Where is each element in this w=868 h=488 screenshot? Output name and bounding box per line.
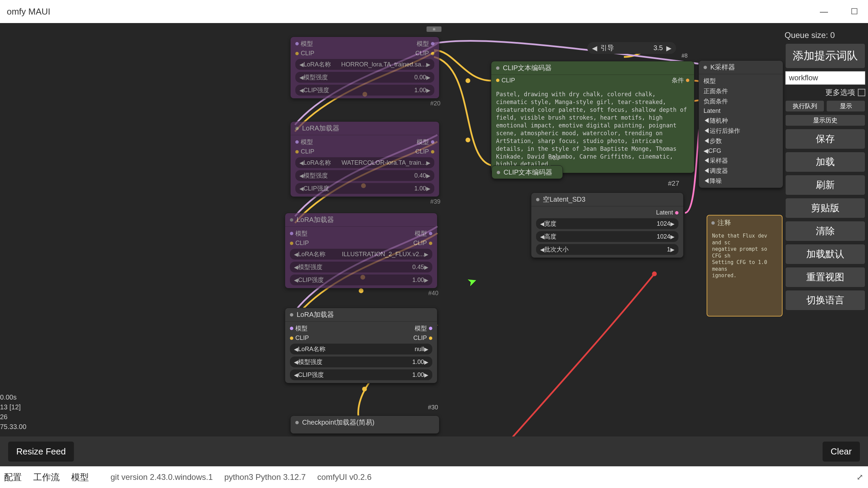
- note-title: 注释: [717, 218, 731, 227]
- lora-active-model-strength-slot[interactable]: ◀模型强度1.00▶: [290, 357, 432, 367]
- clipboard-button[interactable]: 剪贴版: [785, 198, 865, 218]
- lora2-id: #40: [428, 290, 438, 297]
- switch-language-button[interactable]: 切换语言: [785, 290, 865, 310]
- canvas-drag-handle[interactable]: [427, 26, 441, 32]
- titlebar: omfy MAUI — ☐: [0, 0, 868, 23]
- minimize-button[interactable]: —: [817, 5, 831, 18]
- lora-active-id: #30: [428, 404, 438, 411]
- ksampler-row-cfg[interactable]: CFG: [708, 147, 721, 154]
- status-line-3: 26: [0, 412, 26, 422]
- ksampler-port-positive: 正面条件: [704, 88, 728, 95]
- svg-point-4: [362, 387, 367, 391]
- note-text: Note that Flux dev and sc negative promp…: [707, 230, 782, 282]
- clip-output-label: 条件: [672, 76, 684, 84]
- cursor-arrow-icon: ➤: [465, 273, 479, 289]
- clip-encoder-2-title: CLIP文本编码器: [504, 168, 552, 177]
- ksampler-node[interactable]: K采样器 模型 正面条件 负面条件 Latent ◀随机种 ◀运行后操作 ◀步数…: [698, 60, 783, 188]
- lora-active-title: LoRA加载器: [297, 310, 334, 319]
- footer-tab-workflow[interactable]: 工作流: [33, 471, 60, 483]
- guidance-node-id: #8: [682, 53, 688, 59]
- load-button[interactable]: 加载: [785, 152, 865, 172]
- ksampler-row-steps[interactable]: 步数: [710, 138, 722, 144]
- footer-info-python: python3 Python 3.12.7: [224, 472, 306, 482]
- latent-height-slot[interactable]: ◀高度 1024▶: [536, 231, 678, 242]
- right-sidebar: Queue size: 0 添加提示词队 更多选项 执行队列 显示 显示历史 保…: [783, 30, 868, 310]
- window-title: omfy MAUI: [7, 6, 51, 17]
- latent-width-slot[interactable]: ◀宽度 1024▶: [536, 218, 678, 229]
- ksampler-port-model: 模型: [704, 78, 716, 84]
- svg-point-6: [466, 138, 470, 142]
- clip-prompt-text[interactable]: Pastel, drawing with dry chalk, colored …: [491, 86, 694, 173]
- lora-active-node[interactable]: LoRA加载器 模型模型 CLIPCLIP ◀LoRA名称null▶ ◀模型强度…: [285, 308, 437, 383]
- clip-encoder-header[interactable]: CLIP文本编码器: [491, 61, 694, 75]
- lora1-title: LoRA加载器: [302, 124, 339, 133]
- extra-options-checkbox[interactable]: [858, 89, 865, 96]
- ksampler-row-scheduler[interactable]: 调度器: [710, 167, 728, 174]
- run-queue-button[interactable]: 执行队列: [785, 100, 824, 112]
- resize-feed-button[interactable]: Resize Feed: [8, 442, 74, 462]
- ksampler-port-negative: 负面条件: [704, 98, 728, 105]
- maximize-button[interactable]: ☐: [848, 5, 861, 18]
- status-line-4: 75.33.00: [0, 422, 26, 432]
- footer-tab-config[interactable]: 配置: [4, 471, 22, 483]
- checkpoint-node[interactable]: Checkpoint加载器(简易): [290, 415, 439, 434]
- clear-button[interactable]: 清除: [785, 221, 865, 241]
- extra-options-row[interactable]: 更多选项: [785, 87, 865, 98]
- expand-icon[interactable]: ⤢: [856, 472, 863, 482]
- save-button[interactable]: 保存: [785, 129, 865, 149]
- show-history-button[interactable]: 显示历史: [785, 115, 865, 126]
- ksampler-row-sampler[interactable]: 采样器: [710, 157, 728, 164]
- queue-prompt-button[interactable]: 添加提示词队: [785, 43, 865, 68]
- latent-node[interactable]: 空Latent_SD3 Latent ◀宽度 1024▶ ◀高度 1024▶ ◀…: [531, 192, 684, 258]
- clip-node-id: #33: [549, 155, 559, 162]
- ksampler-header[interactable]: K采样器: [699, 61, 783, 74]
- chevron-left-icon[interactable]: ◀: [592, 44, 597, 52]
- reset-view-button[interactable]: 重置视图: [785, 267, 865, 287]
- ksampler-row-denoise[interactable]: 降噪: [710, 178, 722, 184]
- load-default-button[interactable]: 加载默认: [785, 244, 865, 264]
- svg-point-7: [652, 271, 657, 276]
- show-button[interactable]: 显示: [826, 100, 865, 112]
- clip-encoder-title: CLIP文本编码器: [503, 63, 552, 73]
- lower-toolbar: Resize Feed Clear: [0, 436, 868, 466]
- lora-active-clip-strength-slot[interactable]: ◀CLIP强度1.00▶: [290, 369, 432, 380]
- ksampler-row-afterrun[interactable]: 运行后操作: [710, 127, 740, 134]
- clear-feed-button[interactable]: Clear: [823, 442, 860, 462]
- workflow-name-input[interactable]: [785, 71, 865, 85]
- guidance-label: 引导: [600, 43, 650, 53]
- lora2-title: LoRA加载器: [297, 215, 334, 224]
- latent-out-label: Latent: [656, 209, 673, 216]
- status-readout: 0.00s 13 [12] 26 75.33.00: [0, 392, 26, 432]
- ksampler-row-seed[interactable]: 随机种: [710, 117, 728, 124]
- note-node[interactable]: 注释 Note that Flux dev and sc negative pr…: [707, 215, 783, 317]
- extra-options-label: 更多选项: [825, 87, 855, 98]
- clip-encoder-node[interactable]: CLIP文本编码器 CLIP 条件 Pastel, drawing with d…: [491, 61, 694, 173]
- queue-size-label: Queue size: 0: [783, 30, 868, 41]
- node-canvas[interactable]: ◀ 引导 3.5 ▶ #8 K采样器 模型 正面条件 负面条件 Latent ◀…: [0, 23, 868, 436]
- ksampler-title: K采样器: [710, 63, 735, 72]
- ksampler-port-latent: Latent: [704, 107, 721, 114]
- svg-point-3: [359, 288, 363, 293]
- lora-node-2[interactable]: LoRA加载器 模型模型 CLIPCLIP ◀LoRA名称ILLUSTRATIO…: [285, 213, 437, 288]
- lora-node-1[interactable]: LoRA加载器 模型模型 CLIPCLIP ◀LoRA名称WATERCOLOR-…: [290, 121, 439, 197]
- chevron-right-icon[interactable]: ▶: [666, 44, 671, 52]
- guidance-value: 3.5: [653, 44, 663, 52]
- svg-point-5: [466, 78, 470, 83]
- status-line-2: 13 [12]: [0, 402, 26, 412]
- footer-info-git: git version 2.43.0.windows.1: [111, 472, 213, 482]
- lora-active-name-slot[interactable]: ◀LoRA名称null▶: [290, 344, 432, 354]
- checkpoint-title: Checkpoint加载器(简易): [302, 418, 374, 427]
- clip2-node-id: #27: [668, 180, 679, 187]
- clip-encoder-2-node[interactable]: CLIP文本编码器: [492, 165, 563, 179]
- status-line-0: 0.00s: [0, 392, 26, 402]
- footer-tab-model[interactable]: 模型: [71, 471, 89, 483]
- guidance-widget[interactable]: ◀ 引导 3.5 ▶: [587, 42, 676, 54]
- refresh-button[interactable]: 刷新: [785, 175, 865, 195]
- footer-info-comfy: comfyUI v0.2.6: [317, 472, 372, 482]
- footer-bar: 配置 工作流 模型 git version 2.43.0.windows.1 p…: [0, 466, 868, 488]
- lora1-id: #39: [430, 198, 440, 205]
- lora0-id: #20: [430, 100, 440, 107]
- latent-batch-slot[interactable]: ◀批次大小 1▶: [536, 244, 678, 255]
- lora-node-0[interactable]: 模型模型 CLIPCLIP ◀LoRA名称HORROR_lora.TA_trai…: [290, 37, 439, 99]
- clip-input-label: CLIP: [501, 77, 515, 84]
